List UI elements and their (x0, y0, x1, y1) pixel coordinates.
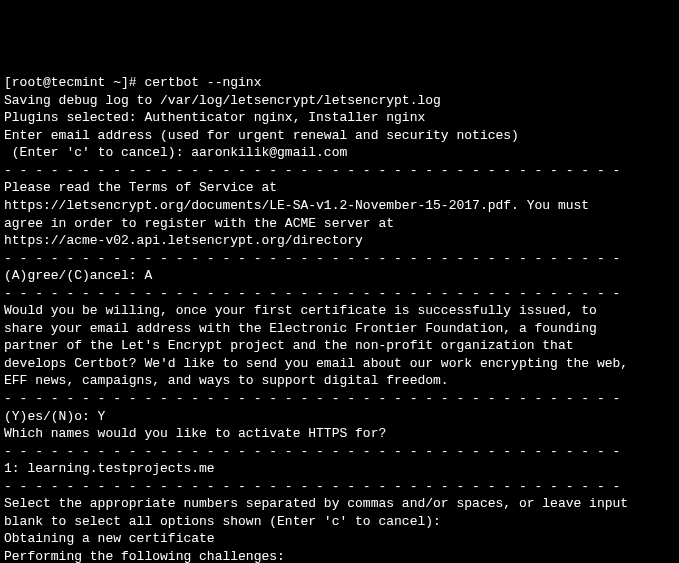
terminal-output-line: - - - - - - - - - - - - - - - - - - - - … (4, 443, 675, 461)
terminal-output-line: https://acme-v02.api.letsencrypt.org/dir… (4, 232, 675, 250)
terminal-output-line: Enter email address (used for urgent ren… (4, 127, 675, 145)
terminal-output-line: https://letsencrypt.org/documents/LE-SA-… (4, 197, 675, 215)
terminal-output-line: Which names would you like to activate H… (4, 425, 675, 443)
terminal-output-line: Performing the following challenges: (4, 548, 675, 563)
terminal-output-line: develops Certbot? We'd like to send you … (4, 355, 675, 373)
terminal-output-line: partner of the Let's Encrypt project and… (4, 337, 675, 355)
terminal-output-line: - - - - - - - - - - - - - - - - - - - - … (4, 285, 675, 303)
terminal-output-line: share your email address with the Electr… (4, 320, 675, 338)
terminal-output-line: (Enter 'c' to cancel): aaronkilik@gmail.… (4, 144, 675, 162)
terminal-output-line: Would you be willing, once your first ce… (4, 302, 675, 320)
shell-command: certbot --nginx (144, 75, 261, 90)
terminal-output-line: Saving debug log to /var/log/letsencrypt… (4, 92, 675, 110)
terminal-output-line: 1: learning.testprojects.me (4, 460, 675, 478)
terminal-output-line: - - - - - - - - - - - - - - - - - - - - … (4, 478, 675, 496)
terminal-output-line: Please read the Terms of Service at (4, 179, 675, 197)
terminal-output-line: blank to select all options shown (Enter… (4, 513, 675, 531)
terminal-output-line: Plugins selected: Authenticator nginx, I… (4, 109, 675, 127)
terminal-output-line: agree in order to register with the ACME… (4, 215, 675, 233)
terminal-output-line: Select the appropriate numbers separated… (4, 495, 675, 513)
terminal-output-line: - - - - - - - - - - - - - - - - - - - - … (4, 250, 675, 268)
terminal-output-line: - - - - - - - - - - - - - - - - - - - - … (4, 390, 675, 408)
shell-prompt: [root@tecmint ~]# (4, 75, 144, 90)
terminal-output-line: EFF news, campaigns, and ways to support… (4, 372, 675, 390)
terminal-output-line: (A)gree/(C)ancel: A (4, 267, 675, 285)
terminal-output-line: - - - - - - - - - - - - - - - - - - - - … (4, 162, 675, 180)
terminal-output-line: (Y)es/(N)o: Y (4, 408, 675, 426)
terminal-command-line[interactable]: [root@tecmint ~]# certbot --nginx (4, 74, 675, 92)
terminal-output-line: Obtaining a new certificate (4, 530, 675, 548)
